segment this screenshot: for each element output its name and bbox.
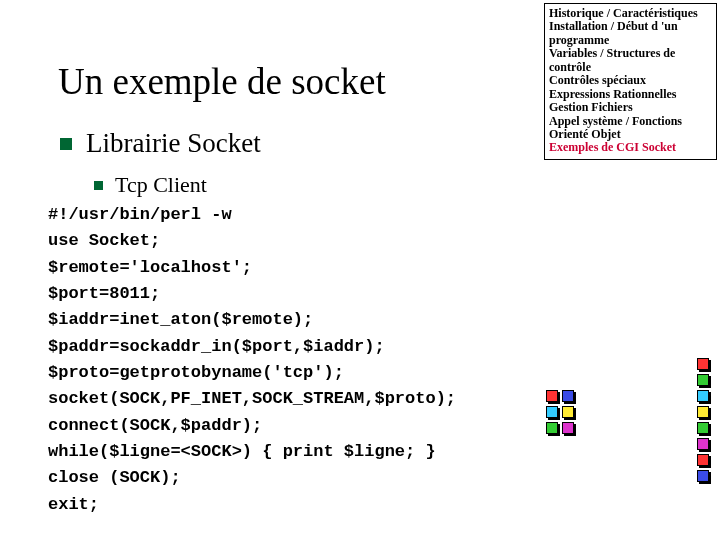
deco-square-icon xyxy=(562,390,574,402)
sidebar-item: Exemples de CGI Socket xyxy=(549,141,712,154)
deco-square-icon xyxy=(546,406,558,418)
bullet-square-small-icon xyxy=(94,181,103,190)
subheading-level2-text: Tcp Client xyxy=(115,172,207,198)
sidebar-item: Gestion Fichiers xyxy=(549,101,712,114)
deco-square-icon xyxy=(697,470,709,482)
deco-square-icon xyxy=(546,422,558,434)
deco-square-icon xyxy=(697,374,709,386)
subheading-level2: Tcp Client xyxy=(94,172,207,198)
subheading-level1-text: Librairie Socket xyxy=(86,128,261,159)
decorative-squares-left xyxy=(546,390,574,434)
deco-square-icon xyxy=(697,406,709,418)
deco-square-icon xyxy=(697,438,709,450)
sidebar-item: Orienté Objet xyxy=(549,128,712,141)
slide-title: Un exemple de socket xyxy=(58,60,386,103)
deco-square-icon xyxy=(697,390,709,402)
sidebar-item: Expressions Rationnelles xyxy=(549,88,712,101)
code-block: #!/usr/bin/perl -w use Socket; $remote='… xyxy=(48,202,456,518)
sidebar-item: Historique / Caractéristiques xyxy=(549,7,712,20)
decorative-squares-right xyxy=(697,358,709,482)
bullet-square-icon xyxy=(60,138,72,150)
sidebar-outline: Historique / CaractéristiquesInstallatio… xyxy=(544,3,717,160)
sidebar-item: Appel système / Fonctions xyxy=(549,115,712,128)
sidebar-item: Variables / Structures de contrôle xyxy=(549,47,712,74)
sidebar-item: Installation / Début d 'un programme xyxy=(549,20,712,47)
deco-square-icon xyxy=(562,406,574,418)
sidebar-item: Contrôles spéciaux xyxy=(549,74,712,87)
deco-square-icon xyxy=(546,390,558,402)
deco-square-icon xyxy=(562,422,574,434)
deco-square-icon xyxy=(697,454,709,466)
deco-square-icon xyxy=(697,358,709,370)
deco-square-icon xyxy=(697,422,709,434)
subheading-level1: Librairie Socket xyxy=(60,128,261,159)
